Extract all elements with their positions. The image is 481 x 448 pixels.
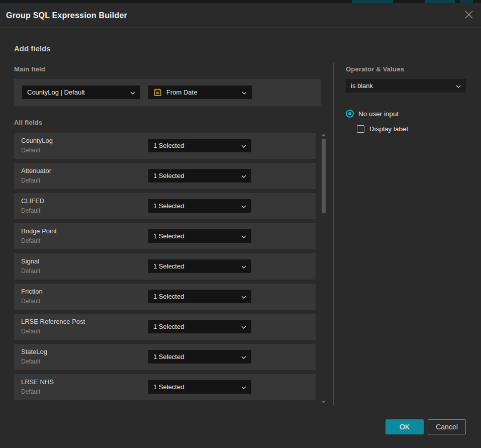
operator-dropdown[interactable]: is blank bbox=[346, 79, 466, 93]
field-values-dropdown[interactable]: 1 Selected bbox=[148, 290, 251, 303]
chevron-down-icon bbox=[238, 88, 247, 96]
chevron-down-icon bbox=[237, 353, 246, 361]
field-row: Friction Default 1 Selected bbox=[14, 284, 316, 310]
close-icon bbox=[464, 10, 473, 21]
field-values-dropdown[interactable]: 1 Selected bbox=[148, 229, 251, 243]
dropdown-value: 1 Selected bbox=[153, 232, 237, 240]
chevron-down-icon bbox=[237, 383, 246, 391]
operator-values-label: Operator & Values bbox=[346, 65, 404, 73]
main-field-label: Main field bbox=[14, 65, 45, 73]
field-row: Bridge Point Default 1 Selected bbox=[14, 223, 316, 249]
calendar-date-icon bbox=[153, 88, 162, 97]
field-values-dropdown[interactable]: 1 Selected bbox=[148, 259, 251, 273]
dropdown-value: 1 Selected bbox=[153, 262, 237, 270]
field-sublabel: Default bbox=[21, 358, 40, 365]
chevron-down-icon bbox=[237, 293, 246, 300]
chevron-down-icon bbox=[237, 142, 246, 149]
field-name: LRSE NHS bbox=[21, 378, 54, 386]
field-name: Friction bbox=[21, 288, 43, 295]
dropdown-value: 1 Selected bbox=[153, 293, 237, 300]
cancel-button[interactable]: Cancel bbox=[428, 419, 466, 434]
dropdown-value: 1 Selected bbox=[153, 353, 237, 361]
dropdown-value: 1 Selected bbox=[153, 383, 237, 391]
field-row: StateLog Default 1 Selected bbox=[14, 344, 316, 370]
dropdown-value: is blank bbox=[351, 82, 452, 89]
main-field-panel: CountyLog | Default From Date bbox=[14, 79, 321, 106]
field-values-dropdown[interactable]: 1 Selected bbox=[148, 169, 251, 183]
no-user-input-radio[interactable]: No user input bbox=[346, 110, 399, 118]
field-row: CountyLog Default 1 Selected bbox=[14, 133, 316, 159]
field-values-dropdown[interactable]: 1 Selected bbox=[148, 139, 251, 152]
field-name: CountyLog bbox=[21, 137, 53, 144]
chevron-down-icon bbox=[237, 323, 246, 330]
field-dropdown[interactable]: From Date bbox=[148, 85, 252, 99]
chevron-down-icon bbox=[237, 172, 246, 180]
field-sublabel: Default bbox=[21, 237, 40, 244]
radio-checked-icon bbox=[346, 110, 354, 118]
field-sublabel: Default bbox=[21, 177, 40, 184]
scroll-up-arrow-icon[interactable] bbox=[322, 134, 326, 136]
dropdown-value: 1 Selected bbox=[153, 323, 237, 330]
field-values-dropdown[interactable]: 1 Selected bbox=[148, 350, 251, 364]
list-scrollbar[interactable] bbox=[321, 133, 326, 404]
field-sublabel: Default bbox=[21, 207, 40, 214]
layer-dropdown[interactable]: CountyLog | Default bbox=[22, 85, 140, 99]
all-fields-list: CountyLog Default 1 Selected Attenuator … bbox=[14, 133, 316, 403]
field-sublabel: Default bbox=[21, 328, 40, 335]
display-label-checkbox[interactable]: Display label bbox=[357, 125, 408, 133]
chevron-down-icon bbox=[237, 232, 246, 240]
dialog-header: Group SQL Expression Builder bbox=[0, 3, 481, 28]
scrollbar-thumb[interactable] bbox=[322, 139, 326, 213]
field-sublabel: Default bbox=[21, 388, 40, 395]
dialog-title: Group SQL Expression Builder bbox=[6, 3, 127, 28]
add-fields-heading: Add fields bbox=[14, 44, 51, 53]
all-fields-label: All fields bbox=[14, 119, 42, 126]
dropdown-value: 1 Selected bbox=[153, 172, 237, 180]
field-name: Signal bbox=[21, 257, 39, 265]
chevron-down-icon bbox=[452, 82, 461, 89]
close-button[interactable] bbox=[463, 10, 475, 22]
dropdown-value: From Date bbox=[166, 88, 238, 96]
field-sublabel: Default bbox=[21, 267, 40, 275]
field-values-dropdown[interactable]: 1 Selected bbox=[148, 199, 251, 213]
field-name: CLIFED bbox=[21, 197, 44, 205]
dropdown-value: CountyLog | Default bbox=[27, 88, 126, 96]
panel-divider bbox=[333, 63, 334, 405]
field-sublabel: Default bbox=[21, 298, 40, 305]
checkbox-label: Display label bbox=[369, 125, 408, 133]
sql-expression-builder-dialog: Group SQL Expression Builder Add fields … bbox=[0, 3, 481, 448]
ok-button[interactable]: OK bbox=[386, 419, 424, 434]
field-values-dropdown[interactable]: 1 Selected bbox=[148, 320, 251, 333]
chevron-down-icon bbox=[126, 88, 135, 96]
dropdown-value: 1 Selected bbox=[153, 202, 237, 210]
field-name: LRSE Reference Post bbox=[21, 318, 85, 325]
field-row: LRSE NHS Default 1 Selected bbox=[14, 374, 316, 400]
field-name: Bridge Point bbox=[21, 227, 57, 235]
dropdown-value: 1 Selected bbox=[153, 142, 237, 149]
scroll-down-arrow-icon[interactable] bbox=[322, 401, 326, 403]
field-values-dropdown[interactable]: 1 Selected bbox=[148, 380, 251, 394]
field-row: LRSE Reference Post Default 1 Selected bbox=[14, 314, 316, 340]
field-row: CLIFED Default 1 Selected bbox=[14, 193, 316, 219]
radio-label: No user input bbox=[358, 110, 399, 118]
field-sublabel: Default bbox=[21, 147, 40, 154]
checkbox-unchecked-icon bbox=[357, 125, 364, 133]
field-name: StateLog bbox=[21, 348, 47, 355]
chevron-down-icon bbox=[237, 262, 246, 270]
field-row: Attenuator Default 1 Selected bbox=[14, 163, 316, 189]
field-row: Signal Default 1 Selected bbox=[14, 253, 316, 280]
chevron-down-icon bbox=[237, 202, 246, 210]
field-name: Attenuator bbox=[21, 167, 51, 174]
